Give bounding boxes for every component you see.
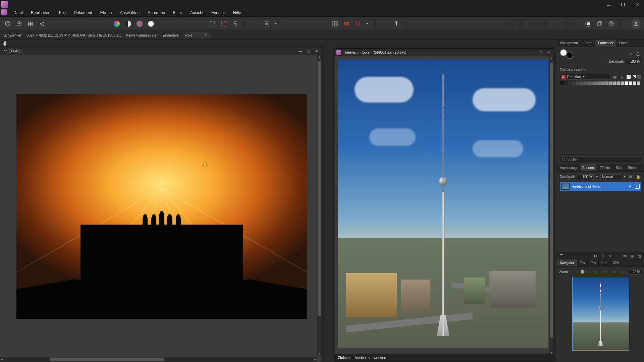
lock-icon[interactable]: 🔒 <box>636 174 641 180</box>
cube-icon[interactable] <box>15 19 23 28</box>
doc-a-canvas[interactable]: ✋ <box>0 55 322 362</box>
tab-pro[interactable]: Pro <box>588 259 599 266</box>
add-layer-icon[interactable]: ▦ <box>629 253 635 259</box>
swatch[interactable] <box>572 81 576 85</box>
zoom-slider[interactable] <box>579 271 617 273</box>
curve-icon[interactable]: 〰 <box>614 253 621 259</box>
swatch[interactable] <box>608 81 612 85</box>
units-select[interactable]: Pixel <box>183 33 210 38</box>
palette-select[interactable]: ⚠ Grautöne <box>560 74 610 80</box>
delete-layer-icon[interactable]: 🗑 <box>637 253 643 259</box>
zoom-out-icon[interactable]: − <box>571 269 577 275</box>
mask-icon[interactable] <box>584 19 593 28</box>
adjust-add-icon[interactable]: ⬯ <box>600 253 606 259</box>
tab-stile[interactable]: Stile <box>613 164 625 171</box>
persona-photo-icon[interactable] <box>112 19 121 28</box>
gear-icon[interactable]: ⚙ <box>628 174 633 180</box>
share-icon[interactable] <box>38 19 46 28</box>
color-well-front[interactable] <box>560 49 567 56</box>
doc-b-close-button[interactable]: ✕ <box>546 50 552 55</box>
doc-b-titlebar[interactable]: television-tower-7244801.jpg (20.5%) — ▢… <box>334 49 554 56</box>
swatch[interactable] <box>612 81 616 85</box>
group-icon[interactable]: ▭ <box>622 253 628 259</box>
tab-navigator[interactable]: Navigator <box>557 259 577 266</box>
tab-effekte[interactable]: Effekte <box>597 164 613 171</box>
doc-b-min-button[interactable]: — <box>530 50 536 55</box>
swatch-none-icon[interactable] <box>627 75 631 79</box>
swatch[interactable] <box>600 81 604 85</box>
search-field[interactable]: Suche <box>560 157 641 162</box>
menu-anordnen[interactable]: Anordnen <box>144 9 169 16</box>
tab-tra[interactable]: Tra <box>577 259 588 266</box>
layer-link-icon[interactable]: ⎘ <box>627 183 633 189</box>
menu-ebene[interactable]: Ebene <box>96 9 116 16</box>
swatch-list-icon[interactable]: ≡ <box>619 74 625 80</box>
snapping-dropdown-icon[interactable] <box>365 19 370 28</box>
swatch[interactable] <box>588 81 592 85</box>
window-close-button[interactable] <box>630 0 644 9</box>
zoom-input[interactable] <box>627 269 642 275</box>
fx-icon[interactable]: fx <box>607 253 613 259</box>
eyedropper-icon[interactable] <box>627 51 633 57</box>
navigator-preview[interactable] <box>572 277 629 351</box>
tab-ebenen[interactable]: Ebenen <box>580 164 597 171</box>
tab-kan[interactable]: Kan <box>599 259 610 266</box>
tab-32v[interactable]: 32V <box>610 259 622 266</box>
snapping-icon[interactable] <box>354 19 362 28</box>
layer-opacity-input[interactable] <box>577 174 594 179</box>
swatch[interactable] <box>604 81 608 85</box>
column-guides-icon[interactable] <box>342 19 351 28</box>
tab-stock[interactable]: Stock <box>625 164 639 171</box>
swatch-bw-icon[interactable] <box>632 75 636 79</box>
swatch[interactable] <box>560 81 564 85</box>
tab-anpassung[interactable]: Anpassung <box>557 164 580 171</box>
aperture-icon[interactable] <box>3 19 12 28</box>
layer-visible-checkbox[interactable]: ✓ <box>635 184 640 189</box>
swatch[interactable] <box>564 81 568 85</box>
persona-develop-icon[interactable] <box>135 19 144 28</box>
opacity-input[interactable] <box>626 59 641 64</box>
swatch[interactable] <box>624 81 628 85</box>
menu-bearbeiten[interactable]: Bearbeiten <box>27 9 54 16</box>
chevron-down-icon[interactable] <box>623 175 626 178</box>
layer-row-hintergrund[interactable]: Hintergrund (Pixel) ⎘ ✓ <box>560 182 641 191</box>
tab-farbe[interactable]: Farbe <box>581 40 595 47</box>
color-none-icon[interactable] <box>635 51 641 57</box>
menu-auswaehlen[interactable]: Auswählen <box>116 9 144 16</box>
doc-a-max-button[interactable]: ▢ <box>306 48 312 54</box>
menu-hilfe[interactable]: Hilfe <box>229 9 245 16</box>
menu-text[interactable]: Text <box>54 9 70 16</box>
doc-a-hscroll[interactable]: ◀ ▶ <box>0 357 317 362</box>
layers-stack-icon[interactable]: ☰ <box>558 253 565 259</box>
doc-b-vscroll[interactable]: ▲ ▼ <box>549 56 554 355</box>
swatch[interactable] <box>568 81 572 85</box>
swatch[interactable] <box>620 81 624 85</box>
menu-ansicht[interactable]: Ansicht <box>186 9 207 16</box>
swatch[interactable] <box>628 81 632 85</box>
quickmask-dropdown-icon[interactable] <box>273 19 278 28</box>
tab-pinsel[interactable]: Pinsel <box>616 40 631 47</box>
assistant-icon[interactable] <box>392 19 401 28</box>
quickmask-icon[interactable] <box>262 19 271 28</box>
refine-icon[interactable] <box>231 19 239 28</box>
color-wells[interactable] <box>560 49 573 59</box>
doc-a-titlebar[interactable]: .jpg (33.4%) — ▢ ✕ <box>0 47 322 55</box>
marquee-icon[interactable] <box>208 19 217 28</box>
swatch[interactable] <box>596 81 600 85</box>
tab-farbfelder[interactable]: Farbfelder <box>595 40 616 47</box>
swatch[interactable] <box>576 81 580 85</box>
doc-b-max-button[interactable]: ▢ <box>538 50 544 55</box>
swatch[interactable] <box>580 81 584 85</box>
swatch[interactable] <box>636 81 640 85</box>
swatch[interactable] <box>592 81 596 85</box>
menu-datei[interactable]: Datei <box>9 9 27 16</box>
stack-icon[interactable] <box>595 19 604 28</box>
blend-mode-select[interactable] <box>600 174 621 179</box>
swatch[interactable] <box>632 81 636 85</box>
grey-ramp[interactable] <box>560 81 641 85</box>
swatch-grid-icon[interactable]: ▦ <box>612 74 618 80</box>
tab-histogramm[interactable]: Histogramm <box>557 40 581 47</box>
waveform-icon[interactable] <box>26 19 35 28</box>
persona-liquify-icon[interactable] <box>124 19 132 28</box>
account-icon[interactable] <box>631 19 641 28</box>
